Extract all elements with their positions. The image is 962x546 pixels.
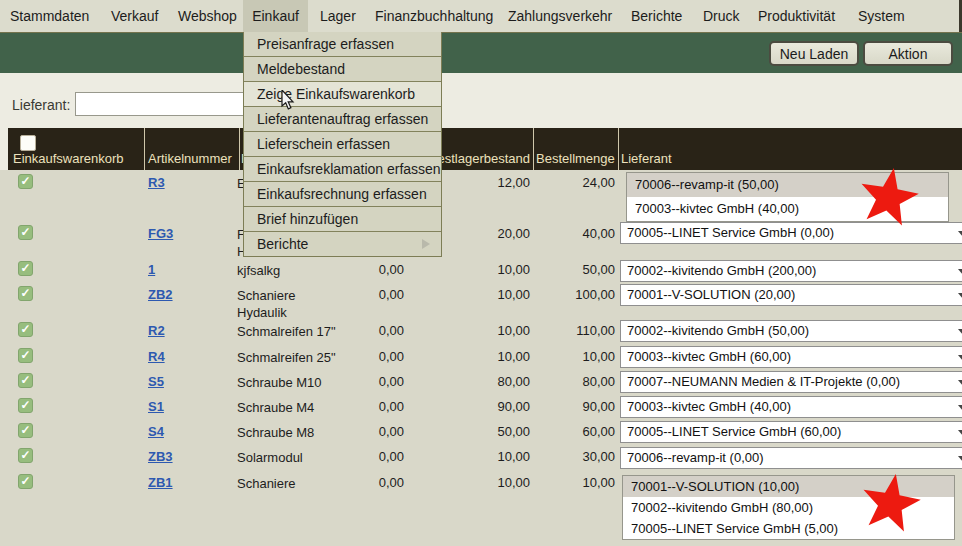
menubar-item-stammdaten[interactable]: Stammdaten xyxy=(10,0,89,32)
stock-value: 0,00 xyxy=(330,424,404,439)
min-stock-value: 10,00 xyxy=(430,349,530,364)
menubar-item-zahlungsverkehr[interactable]: Zahlungsverkehr xyxy=(508,0,612,32)
stock-value: 0,00 xyxy=(330,449,404,464)
order-qty-value: 24,00 xyxy=(525,175,615,190)
min-stock-value: 50,00 xyxy=(430,424,530,439)
article-description: kjfsalkg xyxy=(237,262,280,279)
table-row-S5: ✓S5Schraube M100,0080,0080,0070007--NEUM… xyxy=(0,369,962,394)
row-checkbox[interactable]: ✓ xyxy=(18,225,33,240)
stock-value: 0,00 xyxy=(330,323,404,338)
select-caret-icon xyxy=(958,430,962,436)
menubar-item-produktivität[interactable]: Produktivität xyxy=(758,0,835,32)
article-description: SchaniereHydaulik xyxy=(237,287,296,321)
supplier-select[interactable]: 70006--revamp-it (0,00) xyxy=(620,447,962,469)
supplier-select[interactable]: 70002--kivitendo GmbH (50,00) xyxy=(620,320,962,342)
order-qty-value: 90,00 xyxy=(525,399,615,414)
min-stock-value: 10,00 xyxy=(430,262,530,277)
article-description: Schmalreifen 25" xyxy=(237,349,336,366)
article-link[interactable]: ZB1 xyxy=(148,475,173,490)
supplier-select[interactable]: 70003--kivtec GmbH (60,00) xyxy=(620,346,962,368)
article-link[interactable]: R2 xyxy=(148,323,165,338)
article-link[interactable]: S4 xyxy=(148,424,164,439)
article-description: Schraube M4 xyxy=(237,399,314,416)
row-checkbox[interactable]: ✓ xyxy=(18,373,33,388)
table-row-R2: ✓R2Schmalreifen 17"0,0010,00110,0070002-… xyxy=(0,318,962,344)
min-stock-value: 10,00 xyxy=(430,475,530,490)
min-stock-value: 10,00 xyxy=(430,287,530,302)
table-row-S1: ✓S1Schraube M40,0090,0090,0070003--kivte… xyxy=(0,394,962,419)
table-row-ZB3: ✓ZB3Solarmodul0,0010,0030,0070006--revam… xyxy=(0,445,962,470)
row-checkbox[interactable]: ✓ xyxy=(18,448,33,463)
article-link[interactable]: FG3 xyxy=(148,226,173,241)
action-button[interactable]: Aktion xyxy=(863,41,953,66)
min-stock-value: 20,00 xyxy=(430,226,530,241)
header-separator xyxy=(533,128,534,170)
article-link[interactable]: R3 xyxy=(148,175,165,190)
article-description: Schaniere xyxy=(237,475,296,492)
stock-value: 0,00 xyxy=(330,262,404,277)
stock-value: 0,00 xyxy=(330,349,404,364)
article-link[interactable]: 1 xyxy=(148,262,155,277)
select-caret-icon xyxy=(958,293,962,299)
col-header-artikelnummer: Artikelnummer xyxy=(148,151,232,166)
menu-item-brief-hinzufügen[interactable]: Brief hinzufügen xyxy=(244,207,441,232)
supplier-select[interactable]: 70007--NEUMANN Medien & IT-Projekte (0,0… xyxy=(620,371,962,393)
supplier-select[interactable]: 70003--kivtec GmbH (40,00) xyxy=(620,396,962,418)
article-link[interactable]: S1 xyxy=(148,399,164,414)
einkauf-dropdown-menu: Preisanfrage erfassenMeldebestandZeige E… xyxy=(243,32,442,257)
col-header-cart: Einkaufswarenkorb xyxy=(13,151,124,166)
order-qty-value: 50,00 xyxy=(525,262,615,277)
row-checkbox[interactable]: ✓ xyxy=(18,322,33,337)
order-qty-value: 10,00 xyxy=(525,475,615,490)
menu-item-meldebestand[interactable]: Meldebestand xyxy=(244,57,441,82)
row-checkbox[interactable]: ✓ xyxy=(18,423,33,438)
menubar-item-berichte[interactable]: Berichte xyxy=(631,0,682,32)
menu-item-zeige-einkaufswarenkorb[interactable]: Zeige Einkaufswarenkorb xyxy=(244,82,441,107)
table-row-1: ✓1kjfsalkg0,0010,0050,0070002--kivitendo… xyxy=(0,258,962,282)
article-link[interactable]: R4 xyxy=(148,349,165,364)
table-row-ZB2: ✓ZB2SchaniereHydaulik0,0010,00100,007000… xyxy=(0,282,962,318)
menubar: StammdatenVerkaufWebshopEinkaufLagerFina… xyxy=(0,0,962,33)
menubar-item-system[interactable]: System xyxy=(858,0,905,32)
order-qty-value: 100,00 xyxy=(525,287,615,302)
menubar-item-webshop[interactable]: Webshop xyxy=(178,0,237,32)
menu-item-einkaufsreklamation-erfassen[interactable]: Einkaufsreklamation erfassen xyxy=(244,157,441,182)
order-qty-value: 10,00 xyxy=(525,349,615,364)
article-description: Solarmodul xyxy=(237,449,303,466)
menubar-item-verkauf[interactable]: Verkauf xyxy=(111,0,158,32)
supplier-select[interactable]: 70001--V-SOLUTION (20,00) xyxy=(620,284,962,306)
select-caret-icon xyxy=(958,231,962,237)
row-checkbox[interactable]: ✓ xyxy=(18,474,33,489)
supplier-select[interactable]: 70002--kivitendo GmbH (200,00) xyxy=(620,260,962,282)
menu-item-lieferantenauftrag-erfassen[interactable]: Lieferantenauftrag erfassen xyxy=(244,107,441,132)
article-link[interactable]: ZB3 xyxy=(148,449,173,464)
supplier-select[interactable]: 70005--LINET Service GmbH (60,00) xyxy=(620,421,962,443)
menu-item-berichte[interactable]: Berichte xyxy=(244,232,441,256)
mouse-cursor-icon xyxy=(281,90,295,111)
header-separator xyxy=(144,128,145,170)
row-checkbox[interactable]: ✓ xyxy=(18,174,33,189)
menu-item-preisanfrage-erfassen[interactable]: Preisanfrage erfassen xyxy=(244,32,441,57)
row-checkbox[interactable]: ✓ xyxy=(18,348,33,363)
menubar-item-druck[interactable]: Druck xyxy=(703,0,740,32)
stock-value: 0,00 xyxy=(330,374,404,389)
select-caret-icon xyxy=(958,456,962,462)
menubar-item-einkauf[interactable]: Einkauf xyxy=(243,0,308,32)
row-checkbox[interactable]: ✓ xyxy=(18,286,33,301)
menubar-item-finanzbuchhaltung[interactable]: Finanzbuchhaltung xyxy=(375,0,493,32)
stock-value: 0,00 xyxy=(330,475,404,490)
select-caret-icon xyxy=(958,355,962,361)
reload-button[interactable]: Neu Laden xyxy=(769,41,859,66)
row-checkbox[interactable]: ✓ xyxy=(18,261,33,276)
table-row-FG3: ✓FG3FH20,0040,0070005--LINET Service Gmb… xyxy=(0,220,962,258)
menu-item-lieferschein-erfassen[interactable]: Lieferschein erfassen xyxy=(244,132,441,157)
menu-item-einkaufsrechnung-erfassen[interactable]: Einkaufsrechnung erfassen xyxy=(244,182,441,207)
select-all-checkbox[interactable] xyxy=(20,135,36,151)
article-link[interactable]: S5 xyxy=(148,374,164,389)
menubar-item-lager[interactable]: Lager xyxy=(320,0,356,32)
row-checkbox[interactable]: ✓ xyxy=(18,398,33,413)
select-caret-icon xyxy=(958,329,962,335)
order-qty-value: 30,00 xyxy=(525,449,615,464)
min-stock-value: 10,00 xyxy=(430,323,530,338)
article-link[interactable]: ZB2 xyxy=(148,287,173,302)
